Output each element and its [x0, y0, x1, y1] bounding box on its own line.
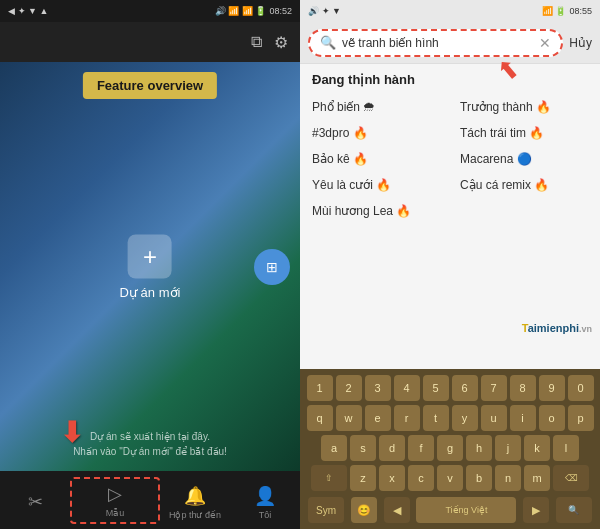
key-7[interactable]: 7	[481, 375, 507, 401]
trending-item-mui-huong-lea[interactable]: Mùi hương Lea 🔥	[312, 201, 440, 221]
trending-item-cau-ca-remix[interactable]: Cậu cá remix 🔥	[460, 175, 588, 195]
key-x[interactable]: x	[379, 465, 405, 491]
keyboard-row-bottom: Sym 😊 ◀ Tiếng Việt ▶ 🔍	[304, 495, 596, 525]
key-d[interactable]: d	[379, 435, 405, 461]
key-y[interactable]: y	[452, 405, 478, 431]
key-t[interactable]: t	[423, 405, 449, 431]
key-i[interactable]: i	[510, 405, 536, 431]
key-4[interactable]: 4	[394, 375, 420, 401]
key-k[interactable]: k	[524, 435, 550, 461]
trending-item-bao-ke[interactable]: Bảo kê 🔥	[312, 149, 440, 169]
trending-item-empty	[460, 201, 588, 221]
plus-icon: +	[128, 234, 172, 278]
nav-mau[interactable]: ▷ Mẫu	[70, 477, 160, 524]
grid-icon: ⊞	[266, 259, 278, 275]
key-r[interactable]: r	[394, 405, 420, 431]
search-icon: 🔍	[320, 35, 336, 50]
left-status-time: 🔊 📶 📶 🔋 08:52	[215, 6, 292, 16]
key-b[interactable]: b	[466, 465, 492, 491]
key-s[interactable]: s	[350, 435, 376, 461]
key-o[interactable]: o	[539, 405, 565, 431]
key-h[interactable]: h	[466, 435, 492, 461]
key-f[interactable]: f	[408, 435, 434, 461]
layers-icon[interactable]: ⧉	[251, 33, 262, 51]
key-a[interactable]: a	[321, 435, 347, 461]
grid-view-button[interactable]: ⊞	[254, 249, 290, 285]
trending-item-tach-trai-tim[interactable]: Tách trái tim 🔥	[460, 123, 588, 143]
trending-item-macarena[interactable]: Macarena 🔵	[460, 149, 588, 169]
trending-item-3dpro[interactable]: #3dpro 🔥	[312, 123, 440, 143]
right-panel: 🔊 ✦ ▼ 📶 🔋 08:55 🔍 vẽ tranh biến hình ✕ H…	[300, 0, 600, 529]
keyboard-row-zxcv: ⇧ z x c v b n m ⌫	[304, 465, 596, 491]
clear-icon[interactable]: ✕	[539, 35, 551, 51]
keyboard-row-asdf: a s d f g h j k l	[304, 435, 596, 461]
key-n[interactable]: n	[495, 465, 521, 491]
trending-title: Đang thịnh hành	[312, 72, 588, 87]
nav-profile-label: Tôi	[259, 510, 272, 520]
trending-item-yeu-la-cuoi[interactable]: Yêu là cưới 🔥	[312, 175, 440, 195]
trending-grid: Phổ biến 🌨 Trưởng thành 🔥 #3dpro 🔥 Tách …	[312, 97, 588, 221]
key-u[interactable]: u	[481, 405, 507, 431]
keyboard-row-qwerty: q w e r t y u i o p	[304, 405, 596, 431]
left-panel: ◀ ✦ ▼ ▲ 🔊 📶 📶 🔋 08:52 ⧉ ⚙ Feature overvi…	[0, 0, 300, 529]
key-l[interactable]: l	[553, 435, 579, 461]
key-next[interactable]: ▶	[523, 497, 549, 523]
key-emoji[interactable]: 😊	[351, 497, 377, 523]
key-v[interactable]: v	[437, 465, 463, 491]
empty-state-text: Dự án sẽ xuất hiện tại đây. Nhấn vào "Dự…	[0, 429, 300, 459]
key-1[interactable]: 1	[307, 375, 333, 401]
scissors-icon: ✂	[28, 491, 43, 513]
key-0[interactable]: 0	[568, 375, 594, 401]
new-project-button[interactable]: + Dự án mới	[120, 234, 181, 299]
key-5[interactable]: 5	[423, 375, 449, 401]
trending-item-pho-bien[interactable]: Phổ biến 🌨	[312, 97, 440, 117]
right-status-icons: 🔊 ✦ ▼	[308, 6, 341, 16]
key-shift[interactable]: ⇧	[311, 465, 347, 491]
left-status-bar: ◀ ✦ ▼ ▲ 🔊 📶 📶 🔋 08:52	[0, 0, 300, 22]
key-prev[interactable]: ◀	[384, 497, 410, 523]
key-z[interactable]: z	[350, 465, 376, 491]
right-status-bar: 🔊 ✦ ▼ 📶 🔋 08:55	[300, 0, 600, 22]
template-icon: ▷	[108, 483, 122, 505]
profile-icon: 👤	[254, 485, 276, 507]
keyboard-row-numbers: 1 2 3 4 5 6 7 8 9 0	[304, 375, 596, 401]
key-sym[interactable]: Sym	[308, 497, 344, 523]
key-g[interactable]: g	[437, 435, 463, 461]
right-status-right: 📶 🔋 08:55	[542, 6, 592, 16]
search-input-wrapper[interactable]: 🔍 vẽ tranh biến hình ✕	[308, 29, 563, 57]
trending-item-truong-thanh[interactable]: Trưởng thành 🔥	[460, 97, 588, 117]
search-bar: 🔍 vẽ tranh biến hình ✕ Hủy	[300, 22, 600, 64]
nav-inbox[interactable]: 🔔 Hộp thư đến	[160, 481, 230, 520]
key-j[interactable]: j	[495, 435, 521, 461]
left-status-icons: ◀ ✦ ▼ ▲	[8, 6, 48, 16]
cancel-button[interactable]: Hủy	[569, 36, 592, 50]
settings-icon[interactable]: ⚙	[274, 33, 288, 52]
left-bottom-nav: ✂ ▷ Mẫu 🔔 Hộp thư đến 👤 Tôi	[0, 471, 300, 529]
key-space[interactable]: Tiếng Việt	[416, 497, 516, 523]
bell-icon: 🔔	[184, 485, 206, 507]
watermark: Taimienphi.vn	[522, 322, 592, 334]
search-input[interactable]: vẽ tranh biến hình	[342, 36, 533, 50]
left-main-area: + Dự án mới ⊞	[0, 62, 300, 471]
key-w[interactable]: w	[336, 405, 362, 431]
key-2[interactable]: 2	[336, 375, 362, 401]
key-p[interactable]: p	[568, 405, 594, 431]
keyboard[interactable]: 1 2 3 4 5 6 7 8 9 0 q w e r t y u i o p …	[300, 369, 600, 529]
left-toolbar: ⧉ ⚙	[0, 22, 300, 62]
feature-banner: Feature overview	[83, 72, 217, 99]
new-project-label: Dự án mới	[120, 284, 181, 299]
nav-profile[interactable]: 👤 Tôi	[230, 481, 300, 520]
key-backspace[interactable]: ⌫	[553, 465, 589, 491]
key-8[interactable]: 8	[510, 375, 536, 401]
arrow-indicator-left: ⬇	[60, 416, 83, 449]
key-3[interactable]: 3	[365, 375, 391, 401]
key-e[interactable]: e	[365, 405, 391, 431]
key-search[interactable]: 🔍	[556, 497, 592, 523]
key-6[interactable]: 6	[452, 375, 478, 401]
key-m[interactable]: m	[524, 465, 550, 491]
key-c[interactable]: c	[408, 465, 434, 491]
key-9[interactable]: 9	[539, 375, 565, 401]
nav-scissors[interactable]: ✂	[0, 487, 70, 513]
key-q[interactable]: q	[307, 405, 333, 431]
nav-mau-label: Mẫu	[106, 508, 125, 518]
